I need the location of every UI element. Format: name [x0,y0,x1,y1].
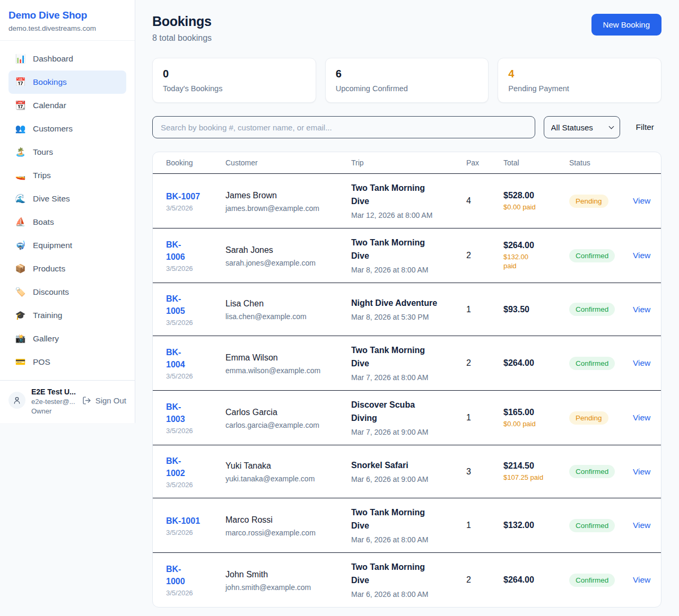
view-booking-link[interactable]: View [633,251,650,260]
total-amount: $264.00 [503,241,562,250]
booking-row: BK- 1005 3/5/2026 Lisa Chen lisa.chen@ex… [153,283,661,336]
sidebar-item-discounts[interactable]: 🏷️ Discounts [8,280,126,304]
booking-row: BK-1001 3/5/2026 Marco Rossi marco.rossi… [153,498,661,553]
total-amount: $264.00 [503,358,562,368]
people-icon: 👥 [15,122,26,135]
view-booking-link[interactable]: View [633,358,650,367]
calendar-icon: 📆 [15,99,26,112]
customer-name: Yuki Tanaka [225,460,344,472]
filter-button[interactable]: Filter [629,118,661,136]
trip-name: Snorkel Safari [351,459,459,472]
sidebar-item-equipment[interactable]: 🤿 Equipment [8,234,126,257]
booking-id-link[interactable]: BK- 1002 [166,455,185,479]
sidebar-item-customers[interactable]: 👥 Customers [8,117,126,140]
status-badge: Confirmed [569,519,615,532]
sidebar-nav: 📊 Dashboard 📅 Bookings 📆 Calendar 👥 Cust… [0,41,135,380]
status-select[interactable]: All Statuses [544,116,620,138]
sidebar-item-dive-sites[interactable]: 🌊 Dive Sites [8,187,126,210]
trip-datetime: Mar 8, 2026 at 5:30 PM [351,312,459,322]
booking-created-date: 3/5/2026 [166,481,225,489]
booking-id-link[interactable]: BK-1007 [166,190,200,203]
sidebar-item-products[interactable]: 📦 Products [8,257,126,280]
pax-count: 2 [466,251,503,260]
brand-block: Demo Dive Shop demo.test.divestreams.com [0,0,135,41]
trip-name: Discover Scuba Diving [351,398,459,425]
new-booking-button[interactable]: New Booking [591,14,661,36]
sidebar-item-calendar[interactable]: 📆 Calendar [8,94,126,117]
booking-id-link[interactable]: BK- 1000 [166,563,185,587]
trip-name: Two Tank Morning Dive [351,560,459,587]
customer-name: Lisa Chen [225,298,344,310]
status-badge: Confirmed [569,574,615,587]
sidebar-item-tours[interactable]: 🏝️ Tours [8,140,126,164]
column-header-booking: Booking [166,159,225,167]
person-icon [13,396,21,404]
user-email: e2e-tester@... [31,398,76,406]
user-info: E2E Test U... e2e-tester@... Owner [31,388,76,415]
stat-card-todays-bookings: 0 Today's Bookings [152,58,316,103]
customer-email: john.smith@example.com [225,583,344,592]
tag-icon: 🏷️ [15,286,26,298]
view-booking-link[interactable]: View [633,521,650,530]
sidebar-item-bookings[interactable]: 📅 Bookings [8,71,126,94]
trip-datetime: Mar 6, 2026 at 8:00 AM [351,589,459,600]
shop-name[interactable]: Demo Dive Shop [8,10,126,21]
total-bookings-count: 8 total bookings [152,33,212,43]
sign-out-button[interactable]: Sign Out [82,396,126,405]
trip-name: Two Tank Morning Dive [351,236,459,262]
booking-id-link[interactable]: BK- 1004 [166,346,185,371]
booking-row: BK- 1002 3/5/2026 Yuki Tanaka yuki.tanak… [153,445,661,498]
pax-count: 4 [466,196,503,206]
customer-name: James Brown [225,190,344,201]
stat-value: 4 [508,68,651,80]
booking-id-link[interactable]: BK-1001 [166,515,200,527]
view-booking-link[interactable]: View [633,196,650,205]
stat-label: Upcoming Confirmed [336,84,478,93]
package-icon: 📦 [15,262,26,275]
main-content: Bookings 8 total bookings New Booking 0 … [135,0,679,616]
booking-created-date: 3/5/2026 [166,427,225,435]
view-booking-link[interactable]: View [633,305,650,314]
total-amount: $165.00 [503,408,562,417]
booking-id-link[interactable]: BK- 1003 [166,401,185,425]
page-header: Bookings 8 total bookings New Booking [152,14,661,43]
trip-datetime: Mar 6, 2026 at 9:00 AM [351,474,459,485]
stat-value: 6 [336,68,478,80]
trip-datetime: Mar 8, 2026 at 8:00 AM [351,265,459,275]
stat-card-pending-payment: 4 Pending Payment [498,58,661,103]
graduation-cap-icon: 🎓 [15,309,26,322]
booking-row: BK- 1004 3/5/2026 Emma Wilson emma.wilso… [153,336,661,391]
bookings-table: Booking Customer Trip Pax Total Status B… [152,152,661,608]
booking-id-link[interactable]: BK- 1006 [166,239,185,263]
view-booking-link[interactable]: View [633,413,650,422]
user-name: E2E Test U... [31,388,76,396]
booking-id-link[interactable]: BK- 1005 [166,293,185,317]
customer-email: lisa.chen@example.com [225,312,344,321]
credit-card-icon: 💳 [15,356,26,368]
total-amount: $528.00 [503,191,562,200]
trip-name: Two Tank Morning Dive [351,344,459,370]
sidebar-item-pos[interactable]: 💳 POS [8,350,126,374]
sidebar-item-gallery[interactable]: 📸 Gallery [8,327,126,350]
booking-created-date: 3/5/2026 [166,529,225,536]
sidebar-item-boats[interactable]: ⛵ Boats [8,210,126,234]
status-badge: Confirmed [569,249,615,262]
paid-amount: $0.00 paid [503,419,562,428]
column-header-customer: Customer [225,159,351,167]
sidebar-item-trips[interactable]: 🚤 Trips [8,164,126,187]
sidebar-item-dashboard[interactable]: 📊 Dashboard [8,47,126,71]
pax-count: 1 [466,521,503,530]
booking-row: BK-1007 3/5/2026 James Brown james.brown… [153,174,661,228]
sailboat-icon: ⛵ [15,216,26,228]
customer-email: carlos.garcia@example.com [225,421,344,429]
sidebar-item-training[interactable]: 🎓 Training [8,304,126,327]
bar-chart-icon: 📊 [15,52,26,65]
view-booking-link[interactable]: View [633,575,650,584]
search-input[interactable] [152,116,535,138]
booking-created-date: 3/5/2026 [166,319,225,327]
trip-datetime: Mar 7, 2026 at 8:00 AM [351,372,459,383]
view-booking-link[interactable]: View [633,467,650,476]
customer-email: yuki.tanaka@example.com [225,474,344,483]
user-footer: E2E Test U... e2e-tester@... Owner Sign … [0,380,135,423]
column-header-pax: Pax [466,159,503,167]
